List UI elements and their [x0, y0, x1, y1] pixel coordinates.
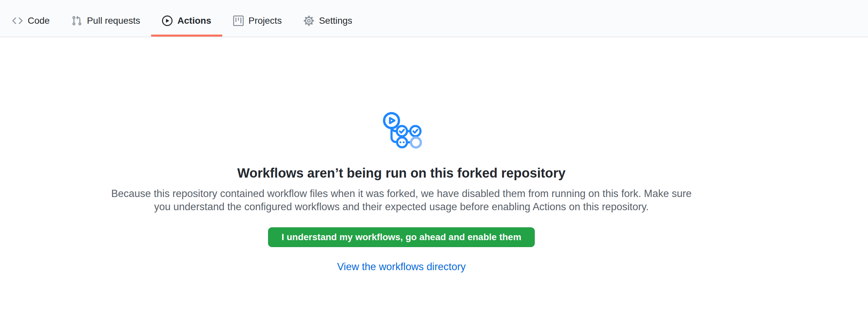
tab-label: Code — [28, 16, 50, 25]
tab-settings[interactable]: Settings — [293, 0, 363, 37]
tab-label: Projects — [249, 16, 282, 25]
workflow-graph-icon — [381, 110, 422, 150]
tab-label: Actions — [178, 16, 211, 25]
tab-label: Pull requests — [87, 16, 140, 25]
blankslate-description: Because this repository contained workfl… — [103, 187, 700, 214]
play-icon — [162, 15, 173, 26]
view-workflows-directory-link[interactable]: View the workflows directory — [337, 260, 466, 274]
tab-label: Settings — [319, 16, 352, 25]
tab-actions[interactable]: Actions — [151, 0, 222, 37]
code-icon — [12, 15, 23, 26]
project-icon — [233, 15, 244, 26]
repo-tab-bar: Code Pull requests Actions Projects Sett… — [0, 0, 868, 37]
git-pull-request-icon — [71, 15, 82, 26]
gear-icon — [304, 15, 314, 26]
actions-blankslate: Workflows aren’t being run on this forke… — [0, 37, 868, 274]
blankslate-heading: Workflows aren’t being run on this forke… — [237, 165, 565, 181]
tab-code[interactable]: Code — [1, 0, 61, 37]
tab-projects[interactable]: Projects — [222, 0, 293, 37]
enable-workflows-button[interactable]: I understand my workflows, go ahead and … — [268, 227, 535, 247]
tab-pull-requests[interactable]: Pull requests — [61, 0, 151, 37]
